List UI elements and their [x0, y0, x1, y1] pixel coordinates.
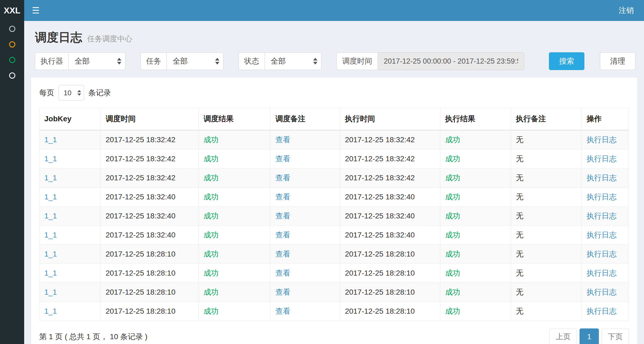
sidebar-item-2[interactable] [0, 36, 24, 52]
jobkey-link[interactable]: 1_1 [44, 212, 57, 220]
executor-select-value: 全部 [75, 56, 90, 66]
handle-time-cell: 2017-12-25 18:28:10 [340, 283, 440, 302]
time-filter-label: 调度时间 [337, 52, 378, 70]
page-size-select[interactable]: 10 [59, 85, 84, 101]
handle-msg-cell: 无 [511, 207, 581, 226]
view-trigger-msg-link[interactable]: 查看 [275, 269, 290, 277]
sidebar-item-1[interactable] [0, 21, 24, 36]
view-trigger-msg-link[interactable]: 查看 [275, 212, 290, 220]
jobkey-link[interactable]: 1_1 [44, 307, 57, 315]
trigger-result-text: 成功 [204, 231, 219, 239]
sidebar-item-4[interactable] [0, 68, 24, 83]
col-header-action: 操作 [582, 108, 629, 130]
col-header-trigger-msg: 调度备注 [270, 108, 340, 130]
jobkey-link[interactable]: 1_1 [44, 193, 57, 201]
jobkey-link[interactable]: 1_1 [44, 288, 57, 296]
exec-log-link[interactable]: 执行日志 [587, 231, 617, 239]
handle-msg-cell: 无 [511, 149, 581, 169]
view-trigger-msg-link[interactable]: 查看 [275, 231, 290, 239]
view-trigger-msg-link[interactable]: 查看 [275, 174, 290, 182]
select-stepper-icon [117, 58, 121, 65]
status-select-value: 全部 [271, 56, 286, 66]
handle-result-text: 成功 [445, 136, 460, 144]
handle-time-cell: 2017-12-25 18:32:40 [340, 207, 440, 226]
time-range-input[interactable] [378, 52, 524, 70]
exec-log-link[interactable]: 执行日志 [587, 212, 617, 220]
job-select[interactable]: 全部 [167, 52, 223, 70]
table-row: 1_1 2017-12-25 18:32:42 成功 查看 2017-12-25… [39, 149, 629, 169]
handle-result-text: 成功 [445, 174, 460, 182]
next-page-button[interactable]: 下页 [602, 328, 629, 344]
jobkey-link[interactable]: 1_1 [44, 136, 57, 144]
app-logo[interactable]: XXL [0, 0, 24, 21]
handle-msg-cell: 无 [511, 245, 581, 264]
handle-msg-cell: 无 [511, 264, 581, 283]
handle-msg-cell: 无 [511, 302, 581, 321]
handle-msg-cell: 无 [511, 169, 581, 188]
trigger-time-cell: 2017-12-25 18:32:42 [101, 130, 198, 149]
pagination: 上页 1 下页 [549, 328, 629, 344]
exec-log-link[interactable]: 执行日志 [587, 174, 617, 182]
status-select[interactable]: 全部 [265, 52, 321, 70]
jobkey-link[interactable]: 1_1 [44, 269, 57, 277]
trigger-time-cell: 2017-12-25 18:28:10 [101, 283, 198, 302]
trigger-result-text: 成功 [204, 193, 219, 201]
table-header-row: JobKey 调度时间 调度结果 调度备注 执行时间 执行结果 执行备注 操作 [39, 108, 629, 130]
jobkey-link[interactable]: 1_1 [44, 155, 57, 163]
exec-log-link[interactable]: 执行日志 [587, 193, 617, 201]
col-header-handle-time: 执行时间 [340, 108, 440, 130]
sidebar-item-3[interactable] [0, 52, 24, 68]
exec-log-link[interactable]: 执行日志 [587, 155, 617, 163]
executor-select[interactable]: 全部 [68, 52, 125, 70]
exec-log-link[interactable]: 执行日志 [587, 307, 617, 315]
view-trigger-msg-link[interactable]: 查看 [275, 193, 290, 201]
page-size-value: 10 [64, 89, 71, 97]
view-trigger-msg-link[interactable]: 查看 [275, 250, 290, 258]
prev-page-button[interactable]: 上页 [549, 328, 577, 344]
log-table-panel: 每页 10 条记录 JobKey 调度时间 调度结果 调度备注 执行时间 执行结… [31, 78, 637, 344]
trigger-time-cell: 2017-12-25 18:28:10 [101, 302, 198, 321]
filter-buttons: 搜索 清理 [549, 52, 635, 70]
jobkey-link[interactable]: 1_1 [44, 250, 57, 258]
handle-result-text: 成功 [445, 307, 460, 315]
table-row: 1_1 2017-12-25 18:32:42 成功 查看 2017-12-25… [39, 130, 629, 149]
table-row: 1_1 2017-12-25 18:28:10 成功 查看 2017-12-25… [39, 264, 629, 283]
view-trigger-msg-link[interactable]: 查看 [275, 136, 290, 144]
clear-button[interactable]: 清理 [600, 52, 635, 70]
view-trigger-msg-link[interactable]: 查看 [275, 155, 290, 163]
col-header-handle-result: 执行结果 [440, 108, 511, 130]
handle-time-cell: 2017-12-25 18:32:40 [340, 188, 440, 207]
jobkey-link[interactable]: 1_1 [44, 231, 57, 239]
view-trigger-msg-link[interactable]: 查看 [275, 288, 290, 296]
handle-result-text: 成功 [445, 155, 460, 163]
job-select-value: 全部 [173, 56, 188, 66]
handle-time-cell: 2017-12-25 18:28:10 [340, 264, 440, 283]
circle-outline-icon [9, 72, 15, 79]
trigger-result-text: 成功 [204, 212, 219, 220]
logout-link[interactable]: 注销 [609, 0, 644, 21]
handle-time-cell: 2017-12-25 18:28:10 [340, 302, 440, 321]
select-stepper-icon [313, 58, 317, 65]
handle-result-text: 成功 [445, 212, 460, 220]
trigger-time-cell: 2017-12-25 18:32:42 [101, 149, 198, 169]
view-trigger-msg-link[interactable]: 查看 [275, 307, 290, 315]
trigger-time-cell: 2017-12-25 18:32:40 [101, 226, 198, 245]
exec-log-link[interactable]: 执行日志 [587, 250, 617, 258]
trigger-result-text: 成功 [204, 155, 219, 163]
current-page-button[interactable]: 1 [580, 328, 599, 344]
search-button[interactable]: 搜索 [549, 52, 584, 70]
trigger-result-text: 成功 [204, 288, 219, 296]
sidebar-toggle-button[interactable]: ☰ [24, 0, 47, 21]
job-filter-label: 任务 [140, 52, 167, 70]
page-subtitle: 任务调度中心 [87, 35, 132, 43]
select-stepper-icon [215, 58, 219, 65]
status-filter-label: 状态 [238, 52, 265, 70]
exec-log-link[interactable]: 执行日志 [587, 269, 617, 277]
jobkey-link[interactable]: 1_1 [44, 174, 57, 182]
time-filter-group: 调度时间 [337, 52, 524, 70]
exec-log-link[interactable]: 执行日志 [587, 136, 617, 144]
table-row: 1_1 2017-12-25 18:28:10 成功 查看 2017-12-25… [39, 283, 629, 302]
sidebar [0, 21, 24, 344]
handle-time-cell: 2017-12-25 18:32:42 [340, 169, 440, 188]
exec-log-link[interactable]: 执行日志 [587, 288, 617, 296]
